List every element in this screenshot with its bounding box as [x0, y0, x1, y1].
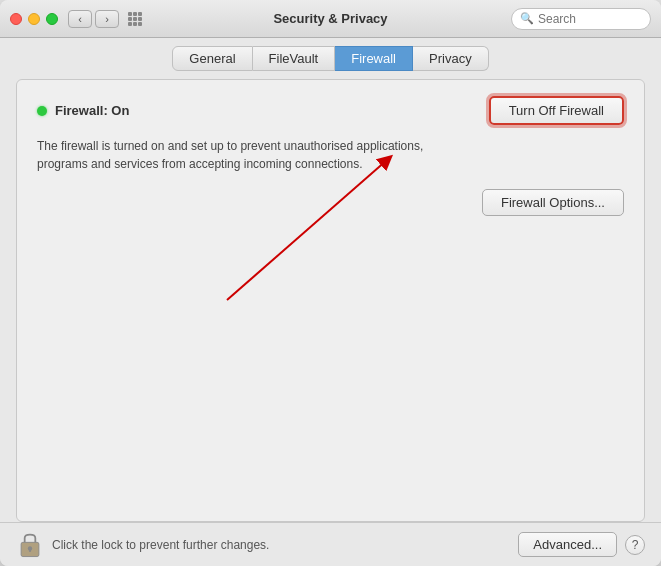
advanced-button[interactable]: Advanced...: [518, 532, 617, 557]
turn-off-firewall-button[interactable]: Turn Off Firewall: [489, 96, 624, 125]
bottombar: Click the lock to prevent further change…: [0, 522, 661, 566]
window-title: Security & Privacy: [273, 11, 387, 26]
status-indicator: [37, 106, 47, 116]
nav-buttons: ‹ ›: [68, 10, 119, 28]
firewall-status-row: Firewall: On Turn Off Firewall: [37, 96, 624, 125]
search-icon: 🔍: [520, 12, 534, 25]
lock-text: Click the lock to prevent further change…: [52, 538, 518, 552]
firewall-status-label: Firewall: On: [55, 103, 129, 118]
tab-general[interactable]: General: [172, 46, 252, 71]
tab-filevault[interactable]: FileVault: [253, 46, 336, 71]
close-button[interactable]: [10, 13, 22, 25]
search-input[interactable]: [538, 12, 642, 26]
lock-icon[interactable]: [16, 529, 44, 561]
content-area: Firewall: On Turn Off Firewall The firew…: [16, 79, 645, 522]
svg-rect-3: [29, 548, 31, 552]
tab-privacy[interactable]: Privacy: [413, 46, 489, 71]
back-button[interactable]: ‹: [68, 10, 92, 28]
tab-firewall[interactable]: Firewall: [335, 46, 413, 71]
traffic-lights: [10, 13, 58, 25]
svg-line-0: [227, 160, 387, 300]
tabbar: General FileVault Firewall Privacy: [0, 38, 661, 71]
status-left: Firewall: On: [37, 103, 129, 118]
system-preferences-window: ‹ › Security & Privacy 🔍 General FileVau…: [0, 0, 661, 566]
grid-icon: [128, 12, 142, 26]
grid-button[interactable]: [123, 10, 147, 28]
firewall-options-button[interactable]: Firewall Options...: [482, 189, 624, 216]
forward-button[interactable]: ›: [95, 10, 119, 28]
search-box[interactable]: 🔍: [511, 8, 651, 30]
maximize-button[interactable]: [46, 13, 58, 25]
help-button[interactable]: ?: [625, 535, 645, 555]
minimize-button[interactable]: [28, 13, 40, 25]
firewall-description: The firewall is turned on and set up to …: [37, 137, 457, 173]
titlebar: ‹ › Security & Privacy 🔍: [0, 0, 661, 38]
